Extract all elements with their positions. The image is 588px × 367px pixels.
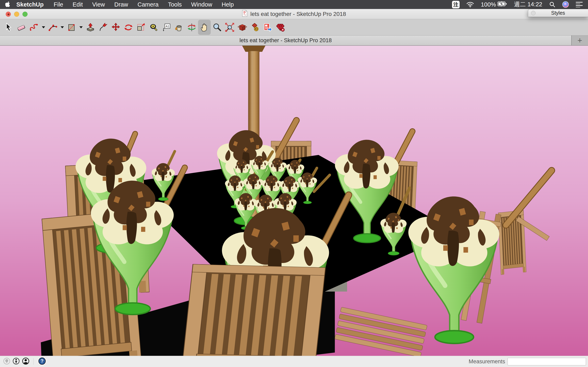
follow-me-tool[interactable] (97, 20, 109, 35)
component-exchange-tool[interactable] (249, 20, 261, 35)
rectangle-tool[interactable] (65, 20, 78, 35)
menu-window[interactable]: Window (186, 1, 217, 8)
push-pull-tool[interactable] (84, 20, 97, 35)
zoom-extents-tool[interactable] (223, 20, 236, 35)
window-title-bar[interactable]: lets eat together - SketchUp Pro 2018 (0, 9, 588, 19)
input-method-icon[interactable]: 注 (452, 1, 459, 8)
menu-help[interactable]: Help (217, 1, 239, 8)
send-to-layout-tool[interactable] (261, 20, 274, 35)
scene-tab-label: lets eat together - SketchUp Pro 2018 (240, 37, 332, 44)
status-bar: ? Measurements (0, 356, 588, 367)
styles-panel[interactable]: Styles (528, 9, 588, 17)
statusbar-divider (34, 358, 34, 365)
scene-tab-bar: lets eat together - SketchUp Pro 2018 + (0, 35, 588, 46)
claim-credit-icon[interactable] (13, 358, 20, 365)
two-point-arc-tool[interactable] (47, 20, 59, 35)
sketchup-document-icon (242, 10, 247, 18)
rotate-tool[interactable] (122, 20, 135, 35)
freehand-tool[interactable] (28, 20, 40, 35)
text-tool[interactable]: A1 (160, 20, 173, 35)
select-tool[interactable] (2, 20, 15, 35)
menu-view[interactable]: View (87, 1, 109, 8)
menu-file[interactable]: File (49, 1, 68, 8)
freehand-dropdown-icon[interactable] (40, 20, 47, 35)
measurements-label: Measurements (468, 359, 505, 365)
styles-panel-title: Styles (536, 10, 581, 16)
zoom-window-button[interactable] (22, 12, 27, 17)
styles-panel-close-icon[interactable] (531, 11, 536, 15)
menu-tools[interactable]: Tools (163, 1, 187, 8)
notification-center-icon[interactable] (576, 1, 583, 8)
tape-measure-tool[interactable] (147, 20, 160, 35)
zoom-tool[interactable] (211, 20, 223, 35)
arc-dropdown-icon[interactable] (59, 20, 65, 35)
paint-bucket-tool[interactable] (173, 20, 185, 35)
eraser-tool[interactable] (15, 20, 28, 35)
menu-clock[interactable]: 週二 14:22 (514, 0, 542, 8)
move-tool[interactable] (109, 20, 122, 35)
app-menu-sketchup[interactable]: SketchUp (13, 1, 49, 8)
close-button[interactable] (6, 12, 11, 17)
get-models-tool[interactable] (236, 20, 249, 35)
model-canvas[interactable] (0, 46, 588, 356)
toolbar: A1 (0, 19, 588, 35)
traffic-lights (6, 9, 27, 19)
measurements-input[interactable] (508, 358, 586, 365)
sign-in-icon[interactable] (22, 358, 29, 366)
svg-text:A1: A1 (165, 25, 169, 28)
geolocation-icon[interactable] (3, 358, 10, 365)
chair-front-center (182, 264, 326, 356)
battery-charging-icon (498, 1, 507, 8)
shapes-dropdown-icon[interactable] (78, 20, 84, 35)
apple-menu-icon[interactable] (3, 1, 13, 8)
menu-bar: SketchUp File Edit View Draw Camera Tool… (0, 0, 588, 9)
minimize-button[interactable] (14, 12, 19, 17)
spotlight-search-icon[interactable] (549, 1, 555, 8)
menu-edit[interactable]: Edit (68, 1, 87, 8)
model-viewport[interactable] (0, 46, 588, 356)
pan-tool[interactable] (198, 20, 211, 35)
menu-draw[interactable]: Draw (110, 1, 133, 8)
menu-camera[interactable]: Camera (133, 1, 163, 8)
add-scene-tab-button[interactable]: + (572, 35, 588, 45)
battery-percent: 100% (481, 1, 496, 8)
wifi-icon[interactable] (467, 2, 474, 7)
orbit-tool[interactable] (185, 20, 198, 35)
scale-tool[interactable] (135, 20, 147, 35)
svg-text:?: ? (41, 359, 43, 364)
screen: SketchUp File Edit View Draw Camera Tool… (0, 0, 588, 367)
window-title: lets eat together - SketchUp Pro 2018 (250, 11, 346, 17)
siri-icon[interactable] (562, 1, 569, 8)
scene-tab[interactable]: lets eat together - SketchUp Pro 2018 (0, 35, 572, 45)
help-icon[interactable]: ? (38, 357, 46, 366)
extension-manager-tool[interactable] (274, 20, 287, 35)
